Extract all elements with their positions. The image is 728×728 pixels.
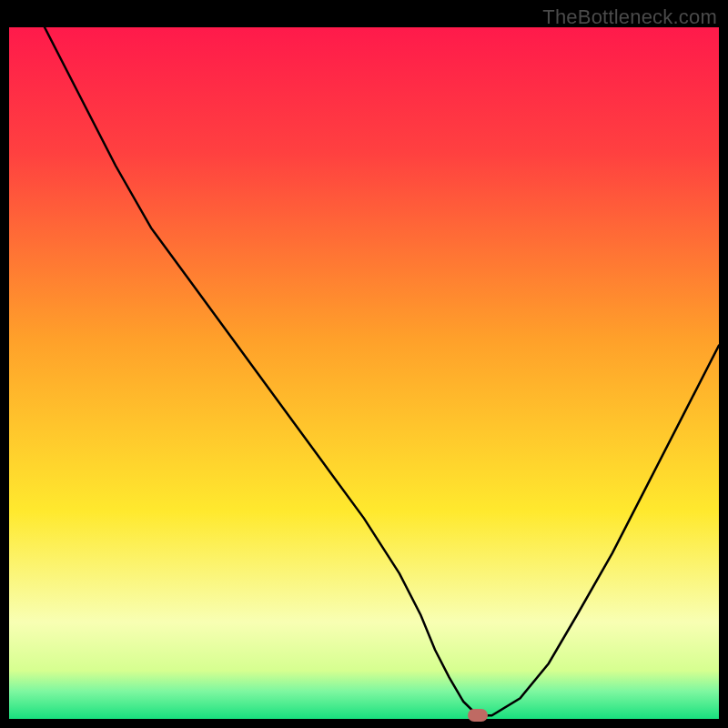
chart-frame: [9, 27, 719, 719]
bottleneck-chart: [9, 27, 719, 719]
attribution-text: TheBottleneck.com: [542, 5, 717, 29]
gradient-background: [9, 27, 719, 719]
optimal-point-marker: [468, 709, 488, 722]
